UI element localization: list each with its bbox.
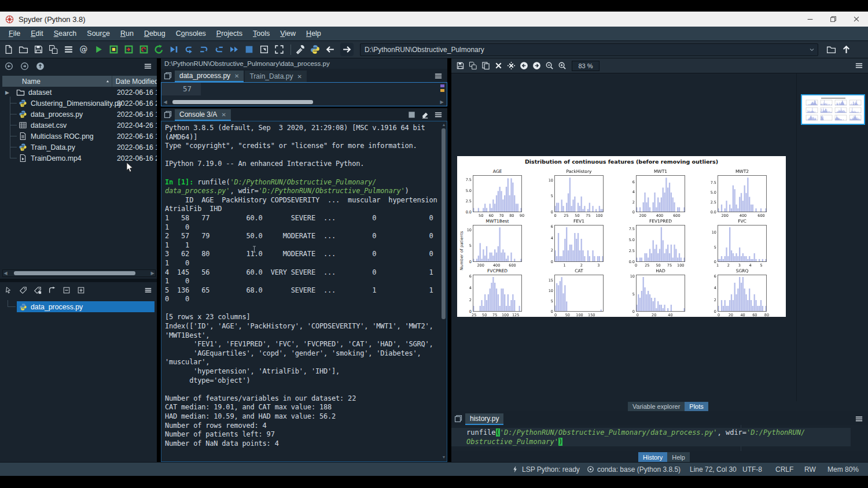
ipython-console[interactable]: Python 3.8.5 (default, Sep 3 2020, 21:29… <box>161 121 447 462</box>
menu-debug[interactable]: Debug <box>139 27 171 40</box>
run-cell-advance-icon[interactable] <box>124 45 134 54</box>
step-into-icon[interactable] <box>199 45 209 54</box>
restart-kernel-icon[interactable] <box>154 45 164 54</box>
menu-run[interactable]: Run <box>115 27 139 40</box>
zoom-out-icon[interactable] <box>545 61 554 70</box>
open-file-icon[interactable] <box>19 45 28 54</box>
menu-consoles[interactable]: Consoles <box>171 27 211 40</box>
show-comments-icon[interactable] <box>19 286 27 294</box>
pane-splitter[interactable] <box>0 279 157 282</box>
previous-icon[interactable] <box>5 62 13 71</box>
console-vertical-scrollbar[interactable]: ▲ ▼ <box>442 123 446 459</box>
scrollbar-thumb[interactable] <box>172 100 313 104</box>
tab-help[interactable]: Help <box>667 452 690 462</box>
code-editor[interactable]: 57 ◀ ▶ <box>161 82 447 106</box>
editor-options-icon[interactable] <box>434 72 443 80</box>
debug-file-icon[interactable] <box>169 45 179 54</box>
scroll-up-arrow[interactable]: ▲ <box>442 123 446 127</box>
step-return-icon[interactable] <box>214 45 224 54</box>
save-plot-icon[interactable] <box>456 61 465 70</box>
browse-directory-icon[interactable] <box>826 45 836 54</box>
close-tab-icon[interactable]: ✕ <box>234 73 239 79</box>
maximize-pane-icon[interactable] <box>259 45 269 54</box>
menu-source[interactable]: Source <box>82 27 115 40</box>
forward-icon[interactable] <box>340 43 354 56</box>
copy-image-icon[interactable] <box>481 61 490 70</box>
file-row-dataset[interactable]: ▶dataset2022-06-16 1 <box>2 87 157 98</box>
plots-options-icon[interactable] <box>855 61 863 70</box>
file-row-clustering-dimensionality-py[interactable]: Clustering_Dimensionality.py2022-06-16 2 <box>2 98 157 109</box>
editor-horizontal-scrollbar[interactable]: ◀ ▶ <box>163 99 444 105</box>
close-tab-icon[interactable]: ✕ <box>297 73 301 80</box>
history-options-icon[interactable] <box>855 415 863 423</box>
stop-icon[interactable] <box>244 45 254 54</box>
tab-data-process[interactable]: data_process.py ✕ <box>175 71 244 82</box>
next-icon[interactable] <box>20 62 29 71</box>
files-options-icon[interactable] <box>144 62 152 71</box>
file-row-train-data-py[interactable]: Train_Data.py2022-06-16 1 <box>2 142 157 153</box>
save-all-plots-icon[interactable] <box>469 61 477 70</box>
column-date-modified[interactable]: Date Modified <box>112 77 157 86</box>
tab-history[interactable]: History <box>638 452 667 462</box>
scroll-left-arrow[interactable]: ◀ <box>3 271 8 276</box>
tab-console[interactable]: Console 3/A ✕ <box>175 109 231 121</box>
scroll-right-arrow[interactable]: ▶ <box>150 271 155 276</box>
parent-directory-icon[interactable] <box>841 45 851 54</box>
file-row-multiclass-roc-png[interactable]: Multiclass ROC.png2022-06-16 1 <box>2 131 157 142</box>
close-tab-icon[interactable]: ✕ <box>221 112 226 118</box>
menu-search[interactable]: Search <box>49 27 82 40</box>
next-plot-icon[interactable] <box>532 61 541 70</box>
expand-icon[interactable]: ▶ <box>5 90 11 95</box>
collapse-all-icon[interactable] <box>62 286 71 294</box>
menu-view[interactable]: View <box>275 27 301 40</box>
menu-file[interactable]: File <box>3 27 25 40</box>
rerun-cell-icon[interactable] <box>139 45 149 54</box>
expand-all-icon[interactable] <box>77 286 85 294</box>
browse-tabs-icon[interactable] <box>454 414 463 423</box>
back-icon[interactable] <box>325 45 335 54</box>
tab-variable-explorer[interactable]: Variable explorer <box>628 402 685 411</box>
show-cell-blocks-icon[interactable] <box>34 286 42 294</box>
scroll-down-arrow[interactable]: ▼ <box>442 455 446 459</box>
scrollbar-thumb[interactable] <box>14 271 135 275</box>
scroll-left-arrow[interactable]: ◀ <box>163 99 168 105</box>
tab-plots[interactable]: Plots <box>685 402 708 411</box>
menu-tools[interactable]: Tools <box>248 27 275 40</box>
browse-tabs-icon[interactable] <box>163 71 172 80</box>
previous-plot-icon[interactable] <box>520 61 528 70</box>
file-switcher-icon[interactable] <box>64 45 73 54</box>
fullscreen-icon[interactable] <box>274 45 284 54</box>
files-table-header[interactable]: Name Date Modified <box>2 76 157 87</box>
scroll-right-arrow[interactable]: ▶ <box>439 99 444 105</box>
run-cell-icon[interactable] <box>109 45 119 54</box>
console-options-icon[interactable] <box>434 110 443 119</box>
scrollbar-thumb[interactable] <box>442 128 446 319</box>
clear-console-icon[interactable] <box>421 110 429 119</box>
tab-train-data[interactable]: Train_Data.py ✕ <box>245 71 306 82</box>
save-all-icon[interactable] <box>49 45 58 54</box>
continue-icon[interactable] <box>229 45 239 54</box>
outline-options-icon[interactable] <box>144 286 152 294</box>
new-file-icon[interactable] <box>3 45 13 54</box>
menu-projects[interactable]: Projects <box>211 27 248 40</box>
preferences-icon[interactable] <box>295 45 305 54</box>
run-file-icon[interactable] <box>94 45 104 54</box>
restore-button[interactable] <box>822 12 845 27</box>
working-directory-field[interactable]: D:\PythonRUN\Obstructive_Pulmonary <box>360 43 818 56</box>
files-horizontal-scrollbar[interactable]: ◀ ▶ <box>2 269 156 277</box>
close-button[interactable] <box>845 12 868 27</box>
outline-item-selected[interactable]: data_process.py <box>17 301 155 312</box>
remove-plot-icon[interactable] <box>494 61 503 70</box>
minimize-button[interactable] <box>799 12 822 27</box>
go-to-cursor-icon[interactable] <box>48 286 56 294</box>
parent-icon[interactable] <box>36 62 45 71</box>
zoom-in-icon[interactable] <box>558 61 567 70</box>
pythonpath-icon[interactable] <box>310 45 320 54</box>
browse-tabs-icon[interactable] <box>163 110 172 119</box>
step-icon[interactable] <box>184 45 194 54</box>
column-name[interactable]: Name <box>2 77 105 86</box>
menu-help[interactable]: Help <box>301 27 326 40</box>
zoom-level-field[interactable]: 83 % <box>572 61 599 71</box>
follow-cursor-icon[interactable] <box>5 286 13 294</box>
save-icon[interactable] <box>34 45 43 54</box>
